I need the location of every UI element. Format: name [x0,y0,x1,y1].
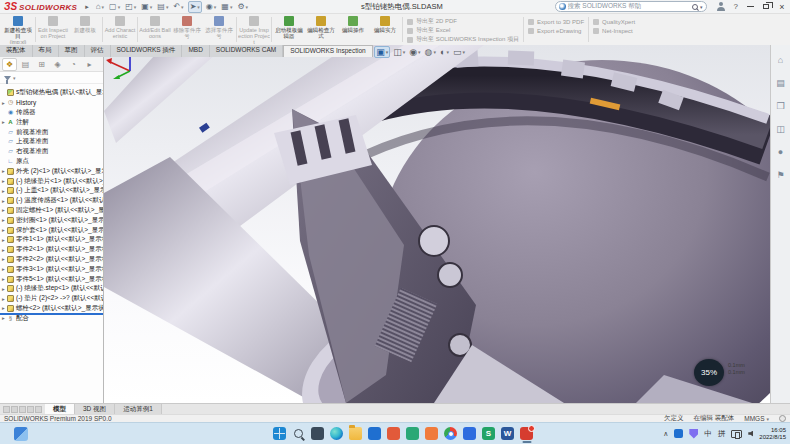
filter-caret-icon[interactable]: ▾ [13,75,16,81]
search-input[interactable]: 搜索 SOLIDWORKS 帮助 [568,2,692,11]
quick-access-button[interactable]: ▤▾ [156,1,169,13]
expand-arrow-icon[interactable] [0,276,7,282]
tree-item[interactable]: 零件5<1> (默认<<默认>_显示状态 [0,274,104,284]
ribbon-tab[interactable]: SOLIDWORKS 插件 [111,45,183,57]
tree-item[interactable]: 传感器 [0,108,104,118]
tree-root[interactable]: s型铂铑热电偶 (默认<默认_显示状态-1>) [0,88,104,98]
status-tag-icon[interactable] [779,415,786,422]
ime-language-indicator[interactable]: 中 [704,429,712,439]
widgets-button[interactable] [14,427,28,441]
dropdown-caret-icon[interactable]: ▾ [166,4,169,10]
expand-arrow-icon[interactable] [0,198,7,204]
taskbar-app-button[interactable] [424,425,439,443]
ribbon-tab[interactable]: MBD [182,45,209,57]
ribbon-tab[interactable]: 草图 [59,45,85,57]
tree-item[interactable]: (-) 上盖<1> (默认<<默认>_显示状 [0,186,104,196]
login-user-icon[interactable] [717,2,726,11]
onedrive-icon[interactable] [674,429,683,438]
ribbon-button[interactable]: 编辑检查方式 [305,15,337,44]
tree-item[interactable]: 保护套<1> (默认<<默认>_显示状态 [0,225,104,235]
expand-arrow-icon[interactable] [0,168,7,174]
tree-item[interactable]: 固定螺栓<1> (默认<<默认>_显示 [0,206,104,216]
ribbon-tab[interactable]: SOLIDWORKS Inspection [283,45,373,57]
taskbar-app-button[interactable] [310,425,325,443]
tree-item[interactable]: 螺栓<2> (默认<<默认>_显示状态 [0,304,104,314]
help-search-box[interactable]: 搜索 SOLIDWORKS 帮助 ▾ [555,1,707,12]
quick-access-button[interactable]: ▢▾ [108,1,121,13]
dropdown-caret-icon[interactable]: ▾ [403,49,406,55]
tree-item[interactable]: History [0,98,104,108]
expand-arrow-icon[interactable] [0,286,7,292]
view-tab[interactable]: 3D 视图 [75,404,115,414]
export-menu-item[interactable]: Export to 3D PDF [528,17,584,26]
tree-item[interactable]: 原点 [0,157,104,167]
dropdown-caret-icon[interactable]: ▾ [214,4,217,10]
tree-item[interactable]: (-) 垫片 (2)<2> ->? (默认<<默认 [0,294,104,304]
expand-arrow-icon[interactable] [0,188,7,194]
taskbar-app-button[interactable] [272,425,287,443]
ribbon-button[interactable]: 移除零件序号 [171,15,203,44]
tree-item[interactable]: 注解 [0,117,104,127]
task-pane-tab[interactable]: ◫ [774,122,788,136]
quick-access-button[interactable]: ↶▾ [172,1,184,13]
tree-item[interactable]: (-) 绝缘垫.step<1> (默认<<默认> [0,284,104,294]
quick-access-button[interactable]: ⚙▾ [236,1,249,13]
taskbar-app-button[interactable] [462,425,477,443]
taskbar-app-button[interactable] [348,425,363,443]
ribbon-button[interactable]: 新建模板 [69,15,101,44]
ribbon-button[interactable]: Add/Edit Balloons [139,15,171,44]
ribbon-button[interactable]: Update Inspection Project [238,15,270,44]
expand-arrow-icon[interactable] [0,100,7,106]
panel-tab[interactable]: ◔ [66,58,81,71]
panel-tab[interactable]: ◈ [50,58,65,71]
view-tab[interactable]: 模型 [45,404,75,414]
graphics-viewport[interactable]: ⊡▾ ⊕▾ ◪▾ ▣▾ ◫▾ ◉▾ ◍▾ ◐▾ ▭▾ 35% 0.1mm 0.1… [104,45,770,403]
help-button[interactable]: ? [734,2,738,11]
quick-access-button[interactable]: ➤▾ [188,1,202,13]
panel-tab[interactable]: ▸ [82,58,97,71]
taskbar-app-button[interactable]: S [481,425,496,443]
volume-icon[interactable] [748,431,753,437]
ribbon-button[interactable]: 编辑操作 [337,15,369,44]
ribbon-button[interactable]: 新建检查项目(imp;xj) [2,15,34,44]
task-pane-tab[interactable]: ⌂ [774,53,788,67]
ime-mode-indicator[interactable]: 拼 [718,429,726,439]
task-pane-tab[interactable]: ● [774,145,788,159]
tree-item[interactable]: 外壳 (2)<1> (默认<<默认>_显示状态 [0,166,104,176]
tree-item[interactable]: 零件2<1> (默认<<默认>_显示状态 [0,245,104,255]
restore-button[interactable] [758,0,774,13]
phone-link-icon[interactable] [731,430,742,438]
ribbon-tab[interactable]: 布局 [33,45,59,57]
hud-button[interactable]: ▭▾ [452,46,466,58]
tree-item[interactable]: 上视基准面 [0,137,104,147]
dropdown-caret-icon[interactable]: ▾ [102,4,105,10]
hud-button[interactable]: ▣▾ [374,46,390,58]
dropdown-caret-icon[interactable]: ▾ [462,49,465,55]
service-menu-item[interactable]: Net-Inspect [593,26,635,35]
panel-tab[interactable]: ▤ [18,58,33,71]
close-button[interactable]: × [774,0,790,13]
task-pane-tab[interactable]: ▤ [774,76,788,90]
expand-arrow-icon[interactable] [0,305,7,311]
tree-item[interactable]: 密封圈<1> (默认<<默认>_显示状 [0,215,104,225]
quick-access-button[interactable]: ⌂▾ [95,1,105,13]
ribbon-button[interactable]: 编辑实方 [369,15,401,44]
quick-access-button[interactable]: ▦▾ [220,1,233,13]
tree-item[interactable]: 零件2<2> (默认<<默认>_显示状态 [0,255,104,265]
ribbon-button[interactable]: Add Characteristic [104,15,136,44]
hud-button[interactable]: ◐▾ [439,46,450,58]
hud-button[interactable]: ◫▾ [392,46,406,58]
tree-item[interactable]: 前视基准面 [0,127,104,137]
search-scope-icon[interactable] [559,3,566,10]
ribbon-button[interactable]: 启动模板编辑器 [273,15,305,44]
dropdown-caret-icon[interactable]: ▾ [230,4,233,10]
taskbar-app-button[interactable] [405,425,420,443]
export-menu-item[interactable]: 导出至 SOLIDWORKS Inspection 项目 [407,35,519,44]
taskbar-app-button[interactable] [329,425,344,443]
taskbar-app-button[interactable] [386,425,401,443]
tree-item[interactable]: (-) 温度传感器<1> (默认<<默认>_ [0,196,104,206]
dropdown-caret-icon[interactable]: ▾ [150,4,153,10]
expand-arrow-icon[interactable] [0,266,7,272]
view-tab[interactable]: 运动算例1 [115,404,162,414]
ribbon-tab[interactable]: 装配体 [0,45,33,57]
